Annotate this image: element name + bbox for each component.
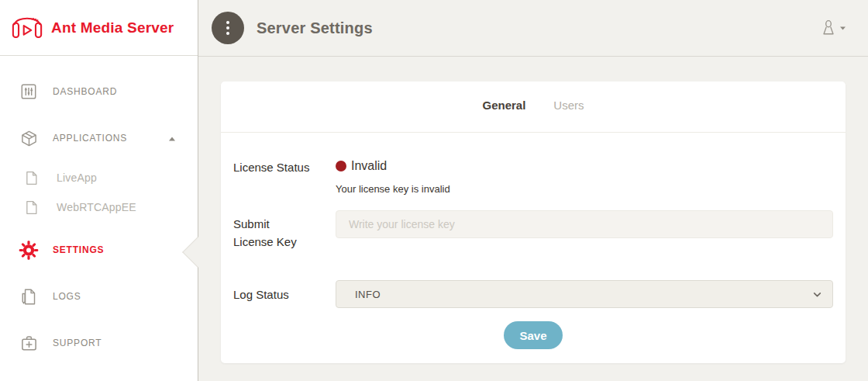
sidebar-item-liveapp[interactable]: LiveApp — [0, 163, 198, 192]
sidebar-item-webrtcappee[interactable]: WebRTCAppEE — [0, 192, 198, 222]
license-key-field-area — [336, 210, 833, 251]
file-icon — [21, 171, 41, 185]
sidebar-item-label: SUPPORT — [53, 338, 102, 348]
settings-tabs: General Users — [221, 81, 846, 133]
page-title: Server Settings — [257, 19, 373, 37]
ant-media-logo-icon — [11, 12, 43, 43]
save-button[interactable]: Save — [504, 321, 562, 349]
log-status-field-area: INFO — [336, 280, 833, 308]
status-dot-icon — [336, 161, 346, 171]
settings-form: License Status Invalid Your license key … — [221, 133, 846, 349]
log-status-row: Log Status INFO — [233, 280, 833, 308]
sidebar-item-label: LOGS — [53, 291, 81, 302]
sidebar-item-dashboard[interactable]: DASHBOARD — [0, 74, 198, 109]
tab-users[interactable]: Users — [553, 99, 584, 112]
license-status-row: License Status Invalid Your license key … — [233, 159, 833, 195]
content-area: General Users License Status Invalid You… — [198, 57, 868, 363]
caret-down-icon — [839, 26, 846, 31]
logs-icon — [19, 288, 39, 306]
log-status-label: Log Status — [233, 280, 336, 308]
sidebar: Ant Media Server DASHBOARD — [0, 0, 198, 381]
sidebar-item-settings[interactable]: SETTINGS — [0, 233, 198, 267]
settings-card: General Users License Status Invalid You… — [221, 81, 846, 363]
sidebar-item-label: SETTINGS — [53, 244, 104, 255]
app-window: Ant Media Server DASHBOARD — [0, 0, 868, 381]
support-icon — [19, 334, 39, 352]
sidebar-item-label: LiveApp — [57, 171, 97, 184]
brand-logo[interactable]: Ant Media Server — [0, 0, 198, 56]
license-key-input[interactable] — [336, 210, 833, 238]
file-icon — [21, 200, 41, 215]
dashboard-icon — [19, 83, 39, 100]
user-menu-button[interactable] — [820, 19, 846, 37]
log-status-select[interactable]: INFO — [336, 280, 833, 308]
menu-kebab-button[interactable] — [212, 12, 244, 44]
license-status-value: Invalid — [351, 159, 387, 173]
page-header: Server Settings — [198, 0, 868, 57]
sidebar-item-support[interactable]: SUPPORT — [0, 326, 198, 360]
license-status-message: Your license key is invalid — [336, 183, 833, 195]
sidebar-item-label: WebRTCAppEE — [57, 201, 136, 213]
sidebar-item-label: DASHBOARD — [53, 86, 117, 97]
brand-name: Ant Media Server — [51, 19, 174, 36]
user-icon — [820, 19, 837, 37]
collapse-caret-up-icon — [168, 131, 176, 145]
license-key-row: Submit License Key — [233, 210, 833, 251]
main-area: Server Settings General Users License St… — [198, 0, 868, 381]
license-status-label: License Status — [233, 159, 336, 195]
sidebar-item-label: APPLICATIONS — [53, 133, 127, 144]
gear-icon — [19, 240, 39, 261]
sidebar-item-applications[interactable]: APPLICATIONS — [0, 121, 198, 155]
applications-icon — [19, 130, 39, 147]
tab-general[interactable]: General — [482, 99, 525, 112]
sidebar-item-logs[interactable]: LOGS — [0, 279, 198, 313]
save-row: Save — [233, 321, 833, 349]
sidebar-nav: DASHBOARD APPLICATIONS — [0, 56, 198, 360]
license-status-line: Invalid — [336, 159, 833, 173]
license-key-label: Submit License Key — [233, 210, 305, 251]
license-status-value-area: Invalid Your license key is invalid — [336, 159, 833, 195]
